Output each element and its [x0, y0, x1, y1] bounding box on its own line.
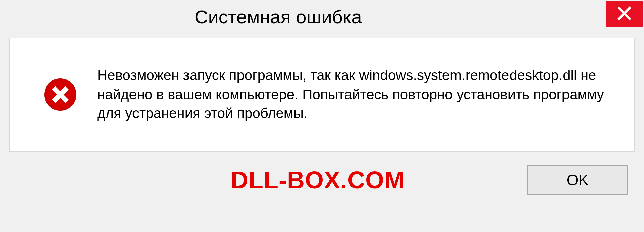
footer: DLL-BOX.COM OK [0, 152, 644, 195]
error-message: Невозможен запуск программы, так как win… [97, 66, 614, 123]
error-icon [44, 78, 77, 111]
close-icon [617, 6, 632, 22]
error-dialog: Системная ошибка Невозможен запуск прогр… [0, 0, 644, 232]
close-button[interactable] [606, 1, 643, 27]
titlebar: Системная ошибка [0, 0, 644, 34]
ok-button[interactable]: OK [527, 165, 628, 195]
ok-button-label: OK [567, 171, 589, 189]
content-area: Невозможен запуск программы, так как win… [9, 38, 635, 152]
watermark-text: DLL-BOX.COM [16, 166, 405, 194]
dialog-title: Системная ошибка [0, 0, 362, 28]
